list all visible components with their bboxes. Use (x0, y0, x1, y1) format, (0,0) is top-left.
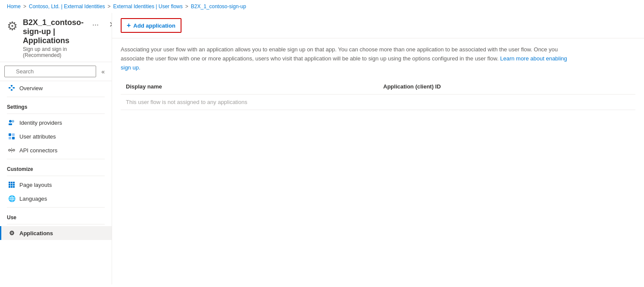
svg-rect-0 (9, 87, 10, 88)
svg-rect-21 (9, 182, 10, 183)
breadcrumb-home[interactable]: Home (7, 3, 21, 9)
collapse-button[interactable]: « (99, 66, 107, 77)
breadcrumb-current[interactable]: B2X_1_contoso-sign-up (191, 3, 246, 9)
svg-rect-2 (13, 87, 15, 88)
sidebar-item-overview[interactable]: Overview (0, 81, 112, 95)
sidebar-identity-providers-label: Identity providers (19, 120, 62, 126)
applications-table: Display name Application (client) ID Thi… (121, 79, 635, 110)
search-area: 🔍 « (0, 62, 112, 81)
sidebar-overview-label: Overview (19, 85, 43, 91)
svg-point-8 (9, 120, 12, 123)
breadcrumb-user-flows[interactable]: External Identities | User flows (113, 3, 183, 9)
search-input[interactable] (4, 66, 96, 77)
empty-message: This user flow is not assigned to any ap… (121, 95, 635, 110)
api-connectors-icon (8, 147, 15, 154)
sidebar-item-user-attributes[interactable]: User attributes (0, 129, 112, 143)
svg-rect-11 (9, 133, 11, 136)
svg-rect-12 (12, 133, 15, 136)
applications-icon: ⚙ (8, 230, 15, 237)
sidebar-page-layouts-label: Page layouts (19, 182, 52, 188)
identity-providers-icon (8, 119, 15, 126)
svg-rect-3 (11, 89, 13, 91)
add-button-label: Add application (133, 22, 175, 29)
sidebar-item-applications[interactable]: ⚙ Applications (0, 226, 112, 240)
main-content: + Add application Associating your user … (112, 13, 644, 284)
svg-rect-10 (9, 123, 12, 125)
svg-rect-27 (9, 186, 10, 188)
page-title: B2X_1_contoso-sign-up | Applications (23, 18, 84, 45)
description-text: Associating your user flow with an appli… (121, 46, 558, 62)
col-header-client-id: Application (client) ID (378, 79, 635, 95)
sidebar-languages-label: Languages (19, 196, 47, 202)
table-empty-row: This user flow is not assigned to any ap… (121, 95, 635, 110)
svg-rect-22 (11, 182, 13, 183)
languages-icon: 🌐 (8, 195, 15, 202)
page-layouts-icon (8, 181, 15, 188)
use-section-label: Use (0, 209, 112, 222)
settings-section-label: Settings (0, 99, 112, 112)
page-subtitle: Sign up and sign in (Recommended) (23, 46, 84, 58)
gear-icon: ⚙ (7, 19, 18, 33)
sidebar-user-attributes-label: User attributes (19, 133, 56, 140)
svg-point-20 (11, 150, 13, 151)
ellipsis-button[interactable]: ··· (89, 19, 102, 31)
breadcrumb: Home > Contoso, Ltd. | External Identiti… (0, 0, 644, 13)
overview-icon (8, 85, 15, 91)
sidebar-item-languages[interactable]: 🌐 Languages (0, 192, 112, 205)
breadcrumb-contoso[interactable]: Contoso, Ltd. | External Identities (29, 3, 105, 9)
svg-rect-13 (9, 137, 11, 139)
sidebar-applications-label: Applications (19, 230, 53, 237)
sidebar: ⚙ B2X_1_contoso-sign-up | Applications S… (0, 13, 112, 284)
svg-rect-24 (9, 184, 10, 186)
sidebar-item-api-connectors[interactable]: API connectors (0, 143, 112, 157)
svg-rect-28 (11, 186, 13, 188)
applications-table-container: Display name Application (client) ID Thi… (112, 79, 644, 110)
content-toolbar: + Add application (112, 13, 644, 38)
svg-rect-26 (13, 184, 15, 186)
col-header-display-name: Display name (121, 79, 378, 95)
add-application-button[interactable]: + Add application (121, 18, 181, 33)
plus-icon: + (127, 22, 131, 29)
svg-rect-23 (13, 182, 15, 183)
svg-point-9 (12, 120, 14, 123)
svg-point-15 (9, 149, 10, 151)
svg-point-16 (13, 149, 15, 151)
svg-rect-1 (11, 85, 13, 86)
user-attributes-icon (8, 133, 15, 140)
sidebar-api-connectors-label: API connectors (19, 147, 57, 154)
sidebar-item-page-layouts[interactable]: Page layouts (0, 178, 112, 192)
description-area: Associating your user flow with an appli… (112, 38, 586, 79)
page-header-area: ⚙ B2X_1_contoso-sign-up | Applications S… (0, 13, 112, 62)
close-button[interactable]: ✕ (106, 18, 112, 31)
svg-rect-29 (13, 186, 15, 188)
svg-rect-25 (11, 184, 13, 186)
customize-section-label: Customize (0, 161, 112, 174)
svg-rect-14 (12, 137, 15, 139)
sidebar-item-identity-providers[interactable]: Identity providers (0, 116, 112, 129)
